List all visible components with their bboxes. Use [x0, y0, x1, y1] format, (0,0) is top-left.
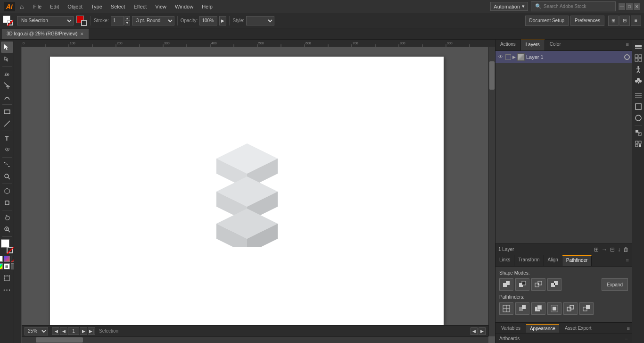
- horizontal-scrollbar[interactable]: [22, 336, 488, 343]
- menu-object[interactable]: Object: [64, 2, 86, 11]
- menu-view[interactable]: View: [151, 2, 170, 11]
- no-selection-dropdown[interactable]: No Selection: [17, 16, 74, 25]
- opacity-more-button[interactable]: ▶: [219, 16, 226, 25]
- layer-row-1[interactable]: 👁 ▶ Layer 1: [495, 51, 632, 63]
- tab-align[interactable]: Align: [544, 255, 562, 266]
- horizontal-scroll-thumb[interactable]: [36, 337, 83, 343]
- add-anchor-tool[interactable]: [1, 80, 13, 91]
- stroke-type-select[interactable]: 3 pt. Round: [132, 16, 174, 25]
- collect-in-new-layer-button[interactable]: ⊟: [610, 246, 615, 253]
- swatches-button[interactable]: ▦: [4, 263, 10, 269]
- panel-menu-icon[interactable]: ≡: [623, 40, 632, 50]
- menu-help[interactable]: Help: [198, 2, 216, 11]
- merge-button[interactable]: [531, 302, 545, 315]
- zoom-select[interactable]: 25%: [25, 327, 48, 335]
- document-tab[interactable]: 3D logo.ai @ 25% (RGB/Preview) ✕: [2, 29, 89, 39]
- next-page-button[interactable]: ▶: [80, 327, 87, 335]
- intersect-button[interactable]: [531, 278, 545, 291]
- panel-icon-rect[interactable]: [633, 101, 644, 112]
- page-number-input[interactable]: [68, 327, 79, 335]
- menu-edit[interactable]: Edit: [46, 2, 63, 11]
- spiral-tool[interactable]: [1, 144, 13, 156]
- shaper-tool[interactable]: [1, 185, 13, 197]
- menu-file[interactable]: File: [29, 2, 45, 11]
- stroke-down-button[interactable]: ▼: [124, 21, 130, 25]
- layer-expand-icon[interactable]: ▶: [512, 55, 516, 59]
- maximize-button[interactable]: □: [626, 3, 633, 10]
- vertical-scroll-thumb[interactable]: [489, 61, 495, 90]
- style-select[interactable]: [246, 16, 274, 25]
- workspace-selector[interactable]: Automation ▾: [490, 2, 528, 11]
- stroke-color-swatch[interactable]: [7, 247, 13, 253]
- panel-icon-circle[interactable]: [633, 113, 644, 123]
- direct-selection-tool[interactable]: [1, 53, 13, 65]
- rectangle-tool[interactable]: [1, 106, 13, 117]
- tab-variables[interactable]: Variables: [497, 324, 524, 332]
- opacity-input[interactable]: [199, 16, 217, 25]
- expand-button[interactable]: Expand: [602, 278, 628, 291]
- close-button[interactable]: ✕: [634, 3, 640, 10]
- status-nav-right-button[interactable]: ▶: [479, 327, 486, 335]
- tab-pathfinder[interactable]: Pathfinder: [562, 255, 592, 266]
- none-button[interactable]: [11, 263, 14, 269]
- layer-target-indicator[interactable]: [624, 54, 630, 60]
- more-tools-button[interactable]: • • •: [1, 284, 13, 296]
- panel-icon-clubs[interactable]: [633, 75, 644, 86]
- text-tool[interactable]: T: [1, 133, 13, 144]
- trim-button[interactable]: [515, 302, 529, 315]
- tab-transform[interactable]: Transform: [514, 255, 544, 266]
- tab-color[interactable]: Color: [545, 40, 566, 50]
- zoom-tool[interactable]: [1, 171, 13, 182]
- panel-icon-lines[interactable]: [633, 90, 644, 100]
- paint-bucket-tool[interactable]: [1, 159, 13, 170]
- curvature-tool[interactable]: [1, 92, 13, 103]
- pathfinder-panel-menu[interactable]: ≡: [623, 255, 632, 266]
- menu-window[interactable]: Window: [171, 2, 197, 11]
- crop-button[interactable]: [547, 302, 561, 315]
- tab-asset-export[interactable]: Asset Export: [561, 324, 595, 332]
- document-setup-button[interactable]: Document Setup: [525, 16, 569, 26]
- divide-button[interactable]: [499, 302, 513, 315]
- panel-icon-symbol[interactable]: [633, 139, 644, 149]
- outline-button[interactable]: [563, 302, 578, 315]
- stroke-up-button[interactable]: ▲: [124, 16, 130, 21]
- none-mode-button[interactable]: [11, 256, 14, 262]
- arrange-button[interactable]: ⊞: [608, 16, 619, 26]
- panel-icon-layers[interactable]: [633, 42, 644, 52]
- tab-appearance[interactable]: Appearance: [526, 324, 559, 333]
- move-selection-button[interactable]: →: [602, 246, 607, 253]
- panel-icon-puppet[interactable]: [633, 64, 644, 75]
- zoom-in-tool[interactable]: [1, 224, 13, 235]
- tab-actions[interactable]: Actions: [495, 40, 521, 50]
- last-page-button[interactable]: ▶|: [88, 327, 95, 335]
- minus-front-button[interactable]: [515, 278, 529, 291]
- unite-button[interactable]: [499, 278, 513, 291]
- minus-back-button[interactable]: [579, 302, 594, 315]
- delete-layer-button[interactable]: 🗑: [623, 246, 629, 253]
- pen-tool[interactable]: [1, 68, 13, 79]
- layer-visibility-toggle[interactable]: 👁: [497, 54, 504, 60]
- artboards-menu[interactable]: ≡: [625, 336, 628, 342]
- gradient-mode-button[interactable]: [4, 256, 10, 262]
- move-to-current-button[interactable]: ↓: [618, 246, 620, 253]
- artboard-tool[interactable]: [1, 273, 13, 284]
- panel-menu-button[interactable]: ≡: [631, 16, 641, 26]
- menu-effect[interactable]: Effect: [130, 2, 150, 11]
- fill-mode-button[interactable]: [0, 256, 3, 262]
- hand-tool[interactable]: [1, 212, 13, 223]
- selection-tool[interactable]: [1, 42, 13, 53]
- panel-icon-transform[interactable]: [633, 127, 644, 138]
- bottom-tabs-menu[interactable]: ≡: [627, 326, 630, 331]
- prev-page-button[interactable]: ◀: [60, 327, 67, 335]
- vertical-scrollbar[interactable]: [488, 47, 495, 336]
- line-tool[interactable]: [1, 118, 13, 129]
- tab-links[interactable]: Links: [495, 255, 514, 266]
- home-button[interactable]: ⌂: [20, 3, 24, 10]
- minimize-button[interactable]: —: [619, 3, 625, 10]
- tab-layers[interactable]: Layers: [521, 40, 545, 50]
- color-spectrum-button[interactable]: [0, 263, 3, 269]
- preferences-button[interactable]: Preferences: [570, 16, 604, 26]
- search-stock-input[interactable]: 🔍 Search Adobe Stock: [531, 1, 616, 11]
- stroke-value-input[interactable]: [111, 16, 124, 25]
- eraser-tool[interactable]: [1, 197, 13, 209]
